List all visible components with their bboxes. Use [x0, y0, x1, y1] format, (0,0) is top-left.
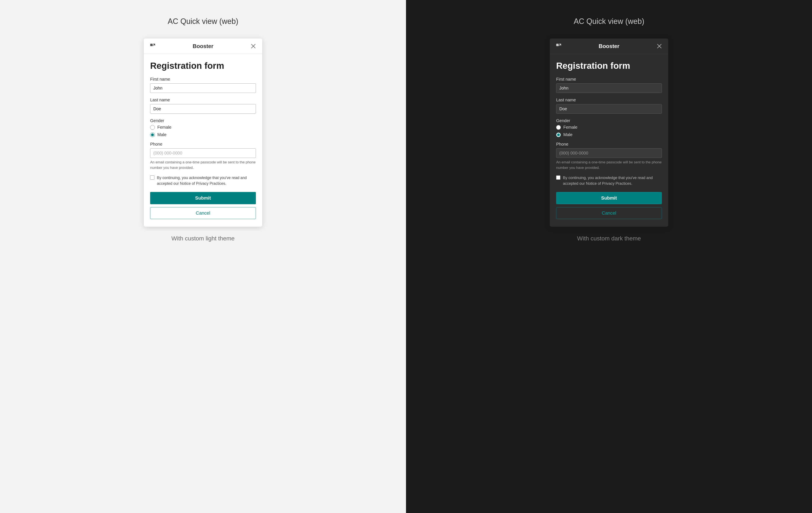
- light-phone-label: Phone: [150, 142, 256, 147]
- light-card-body: Registration form First name Last name G…: [144, 54, 262, 227]
- dark-expand-icon[interactable]: [555, 42, 562, 50]
- light-helper-text: An email containing a one-time passcode …: [150, 160, 256, 170]
- dark-submit-button[interactable]: Submit: [556, 192, 662, 204]
- dark-close-button[interactable]: [656, 42, 663, 50]
- light-gender-label: Gender: [150, 118, 256, 123]
- dark-card-header: Booster: [550, 38, 668, 54]
- dark-checkbox-label: By continuing, you acknowledge that you'…: [563, 175, 662, 186]
- light-last-name-group: Last name: [150, 98, 256, 114]
- dark-last-name-label: Last name: [556, 98, 662, 102]
- light-male-label: Male: [157, 132, 167, 137]
- light-radio-group: Female Male: [150, 125, 256, 137]
- light-phone-group: Phone An email containing a one-time pas…: [150, 142, 256, 170]
- light-female-radio[interactable]: [150, 125, 155, 130]
- light-panel-title: AC Quick view (web): [168, 17, 238, 26]
- light-phone-input[interactable]: [150, 148, 256, 158]
- dark-female-radio-item[interactable]: Female: [556, 125, 662, 130]
- light-panel-caption: With custom light theme: [172, 235, 235, 242]
- light-first-name-group: First name: [150, 77, 256, 93]
- dark-male-label: Male: [563, 132, 573, 137]
- dark-card: Booster Registration form First name Las…: [550, 38, 668, 227]
- dark-phone-label: Phone: [556, 142, 662, 147]
- light-checkbox-label: By continuing, you acknowledge that you'…: [157, 175, 256, 186]
- light-checkbox-group: By continuing, you acknowledge that you'…: [150, 175, 256, 186]
- dark-male-radio[interactable]: [556, 133, 561, 137]
- light-female-label: Female: [157, 125, 172, 130]
- light-panel: AC Quick view (web) Booster Registration…: [0, 0, 406, 513]
- dark-privacy-checkbox[interactable]: [556, 176, 560, 180]
- dark-panel-title: AC Quick view (web): [574, 17, 644, 26]
- light-gender-group: Gender Female Male: [150, 118, 256, 137]
- light-card: Booster Registration form First name Las…: [144, 38, 262, 227]
- dark-cancel-button[interactable]: Cancel: [556, 207, 662, 219]
- light-form-title: Registration form: [150, 61, 256, 71]
- light-female-radio-item[interactable]: Female: [150, 125, 256, 130]
- dark-radio-group: Female Male: [556, 125, 662, 137]
- dark-female-label: Female: [563, 125, 578, 130]
- dark-panel-caption: With custom dark theme: [577, 235, 641, 242]
- light-close-button[interactable]: [250, 42, 257, 50]
- light-submit-button[interactable]: Submit: [150, 192, 256, 204]
- light-last-name-input[interactable]: [150, 104, 256, 114]
- dark-panel: AC Quick view (web) Booster Registration…: [406, 0, 812, 513]
- dark-form-title: Registration form: [556, 61, 662, 71]
- dark-female-radio[interactable]: [556, 125, 561, 130]
- svg-rect-0: [150, 44, 152, 46]
- dark-card-header-title: Booster: [599, 43, 619, 50]
- light-last-name-label: Last name: [150, 98, 256, 102]
- dark-last-name-group: Last name: [556, 98, 662, 114]
- dark-gender-label: Gender: [556, 118, 662, 123]
- expand-icon[interactable]: [149, 42, 156, 50]
- dark-first-name-group: First name: [556, 77, 662, 93]
- light-first-name-input[interactable]: [150, 83, 256, 93]
- dark-gender-group: Gender Female Male: [556, 118, 662, 137]
- light-male-radio-item[interactable]: Male: [150, 132, 256, 137]
- light-card-header-title: Booster: [193, 43, 213, 50]
- dark-helper-text: An email containing a one-time passcode …: [556, 160, 662, 170]
- light-card-header: Booster: [144, 38, 262, 54]
- dark-male-radio-item[interactable]: Male: [556, 132, 662, 137]
- svg-rect-3: [556, 44, 558, 46]
- dark-checkbox-group: By continuing, you acknowledge that you'…: [556, 175, 662, 186]
- light-cancel-button[interactable]: Cancel: [150, 207, 256, 219]
- dark-phone-input[interactable]: [556, 148, 662, 158]
- dark-first-name-input[interactable]: [556, 83, 662, 93]
- light-male-radio[interactable]: [150, 133, 155, 137]
- light-first-name-label: First name: [150, 77, 256, 82]
- light-privacy-checkbox[interactable]: [150, 176, 154, 180]
- dark-phone-group: Phone An email containing a one-time pas…: [556, 142, 662, 170]
- dark-first-name-label: First name: [556, 77, 662, 82]
- dark-last-name-input[interactable]: [556, 104, 662, 114]
- dark-card-body: Registration form First name Last name G…: [550, 54, 668, 227]
